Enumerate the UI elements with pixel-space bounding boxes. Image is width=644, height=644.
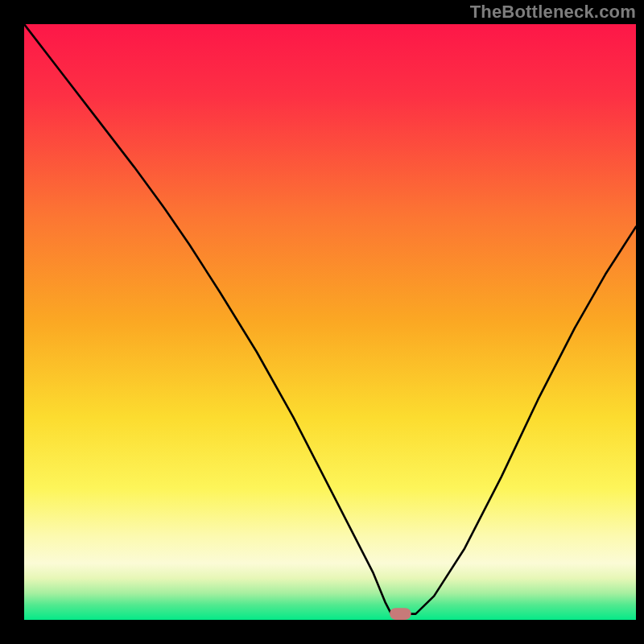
watermark-text: TheBottleneck.com [470,2,636,23]
chart-frame: TheBottleneck.com [0,0,644,644]
plot-area [24,24,636,620]
chart-svg [24,24,636,620]
optimal-point-marker [390,608,411,620]
gradient-background [24,24,636,620]
